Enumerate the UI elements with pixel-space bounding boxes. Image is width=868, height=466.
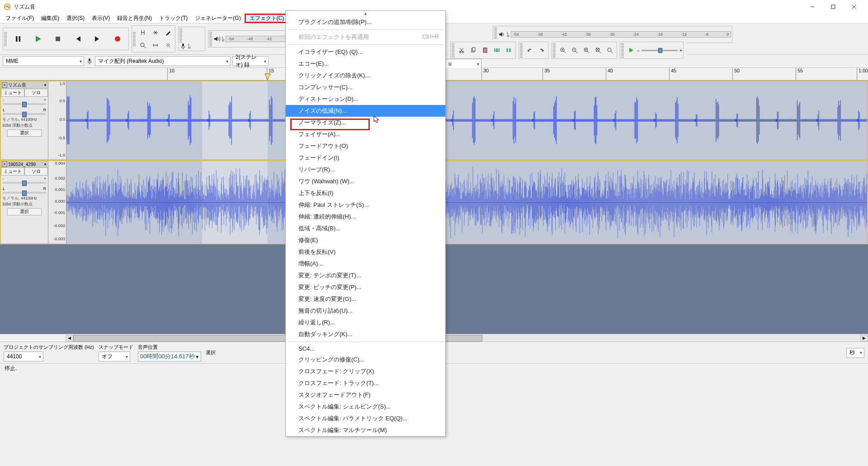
mute-button[interactable]: ミュート bbox=[1, 89, 24, 97]
menu-transport[interactable]: 録音と再生(N) bbox=[113, 14, 156, 23]
pan-slider[interactable]: LR bbox=[1, 107, 48, 117]
menu-item[interactable]: ワウ (Wahwah) (W)... bbox=[286, 176, 445, 187]
menu-effect[interactable]: エフェクト(C) bbox=[245, 14, 289, 23]
gain-slider[interactable]: -+ bbox=[1, 97, 48, 107]
trim-icon[interactable] bbox=[491, 44, 503, 56]
time-unit-select[interactable]: 秒 bbox=[846, 348, 864, 358]
waveform[interactable] bbox=[66, 81, 867, 159]
project-rate-select[interactable]: 44100 bbox=[4, 352, 43, 361]
menu-item[interactable]: フェイザー(A)... bbox=[286, 128, 445, 140]
menu-item[interactable]: スペクトル編集: シェルビング(S)... bbox=[286, 401, 445, 413]
recording-channels-select[interactable]: 2(ステレオ) 録 bbox=[232, 56, 269, 66]
menu-item[interactable]: 伸縮: 連続的伸縮(H)... bbox=[286, 211, 445, 223]
selection-tool-icon[interactable] bbox=[137, 27, 149, 38]
envelope-tool-icon[interactable] bbox=[150, 27, 161, 38]
draw-tool-icon[interactable] bbox=[162, 27, 174, 38]
scroll-right-icon[interactable]: ▶ bbox=[860, 335, 868, 342]
maximize-button[interactable] bbox=[823, 0, 844, 14]
track-menu-icon[interactable]: ▼ bbox=[43, 162, 47, 166]
menu-item[interactable]: スペクトル編集: パラメトリック EQ(Q)... bbox=[286, 413, 445, 424]
stop-button[interactable] bbox=[48, 29, 68, 49]
menu-item[interactable]: リバーブ(R)... bbox=[286, 164, 445, 176]
menu-tracks[interactable]: トラック(T) bbox=[156, 14, 191, 23]
menu-file[interactable]: ファイル(F) bbox=[2, 14, 38, 23]
speed-slider[interactable] bbox=[642, 50, 678, 51]
menu-item[interactable]: 前後を反転(V) bbox=[286, 246, 445, 258]
silence-icon[interactable] bbox=[503, 44, 514, 56]
menu-item[interactable]: プラグインの追加/削除(P)... bbox=[286, 16, 445, 28]
timeshift-tool-icon[interactable] bbox=[150, 39, 161, 51]
recording-device-select[interactable]: マイク配列 (Realtek Audio) bbox=[95, 56, 231, 66]
track-close-button[interactable]: × bbox=[2, 162, 7, 167]
menu-item[interactable]: フェードイン(I) bbox=[286, 152, 445, 164]
scroll-up-hint[interactable]: ▲ bbox=[286, 11, 445, 16]
menu-item[interactable]: 低域・高域(B)... bbox=[286, 223, 445, 234]
menu-item[interactable]: 上下を反転(I) bbox=[286, 187, 445, 199]
fit-selection-icon[interactable] bbox=[580, 44, 592, 56]
menu-item[interactable]: ノイズの低減(N)... bbox=[286, 105, 445, 117]
record-button[interactable] bbox=[108, 29, 127, 49]
menu-item[interactable]: 自動ダッキング(K)... bbox=[286, 328, 445, 340]
menu-item[interactable]: 伸縮: Paul ストレッチ(S)... bbox=[286, 199, 445, 211]
menu-item[interactable]: クロスフェード: クリップ(X) bbox=[286, 366, 445, 377]
menu-item[interactable]: 変更: 速度の変更(G)... bbox=[286, 293, 445, 305]
skip-start-button[interactable] bbox=[68, 29, 88, 49]
zoom-toggle-icon[interactable] bbox=[604, 44, 616, 56]
mute-button[interactable]: ミュート bbox=[1, 167, 24, 176]
audio-host-select[interactable]: MME bbox=[3, 56, 84, 66]
scroll-left-icon[interactable]: ◀ bbox=[66, 335, 73, 342]
menu-view[interactable]: 表示(V) bbox=[88, 14, 113, 23]
play-button[interactable] bbox=[28, 29, 48, 49]
menu-select[interactable]: 選択(S) bbox=[63, 14, 88, 23]
close-button[interactable] bbox=[844, 0, 864, 14]
menu-item[interactable]: 変更: テンポの変更(T)... bbox=[286, 270, 445, 281]
play-at-speed-icon[interactable] bbox=[625, 44, 637, 56]
menu-edit[interactable]: 編集(E) bbox=[38, 14, 63, 23]
snap-select[interactable]: オフ bbox=[99, 352, 130, 361]
menu-item[interactable]: 修復(E) bbox=[286, 234, 445, 246]
zoom-tool-icon[interactable] bbox=[137, 39, 149, 51]
multi-tool-icon[interactable] bbox=[162, 39, 174, 51]
menu-item[interactable]: 繰り返し(R)... bbox=[286, 317, 445, 328]
track-select-button[interactable]: 選択 bbox=[7, 129, 42, 137]
menu-item[interactable]: クリッピングの修復(C)... bbox=[286, 354, 445, 366]
pan-slider[interactable]: LR bbox=[1, 185, 48, 195]
solo-button[interactable]: ソロ bbox=[24, 167, 48, 176]
gain-slider[interactable]: -+ bbox=[1, 176, 48, 185]
menu-item[interactable]: イコライザー (EQ) (Q)... bbox=[286, 46, 445, 58]
track-menu-icon[interactable]: ▼ bbox=[43, 83, 47, 87]
menu-item[interactable]: コンプレッサー(C)... bbox=[286, 81, 445, 93]
menu-item[interactable]: クロスフェード: トラック(T)... bbox=[286, 377, 445, 389]
menu-item[interactable]: 増幅(A)... bbox=[286, 258, 445, 270]
menu-item[interactable]: 変更: ピッチの変更(P)... bbox=[286, 281, 445, 293]
track-name[interactable]: 190524_4299 bbox=[8, 162, 42, 167]
track-close-button[interactable]: × bbox=[2, 82, 7, 88]
paste-icon[interactable] bbox=[479, 44, 491, 56]
skip-end-button[interactable] bbox=[88, 29, 108, 49]
menu-item[interactable]: ディストーション(D)... bbox=[286, 93, 445, 105]
menu-item[interactable]: ノーマライズ(Z)... bbox=[286, 117, 445, 128]
track-select-button[interactable]: 選択 bbox=[7, 208, 42, 215]
playback-device-select[interactable]: u bbox=[445, 59, 481, 69]
zoom-out-icon[interactable] bbox=[569, 44, 580, 56]
track-name[interactable]: リズム音 bbox=[8, 82, 42, 88]
menu-item[interactable]: フェードアウト(O) bbox=[286, 140, 445, 152]
menu-item[interactable]: 無音の切り詰め(U)... bbox=[286, 305, 445, 317]
minimize-button[interactable] bbox=[802, 0, 823, 14]
redo-icon[interactable] bbox=[536, 44, 547, 56]
menu-item[interactable]: スペクトル編集: マルチツール(M) bbox=[286, 424, 445, 436]
undo-icon[interactable] bbox=[524, 44, 536, 56]
pause-button[interactable] bbox=[8, 29, 28, 49]
record-meter[interactable]: -54 -48 -42 -36 -30 -24 -18 -12 -6 0 bbox=[511, 31, 731, 38]
menu-item[interactable]: スタジオフェードアウト(F) bbox=[286, 389, 445, 401]
menu-item[interactable]: クリックノイズの除去(K)... bbox=[286, 70, 445, 81]
copy-icon[interactable] bbox=[467, 44, 479, 56]
zoom-in-icon[interactable] bbox=[557, 44, 569, 56]
cut-icon[interactable] bbox=[456, 44, 467, 56]
audio-position-field[interactable]: 00時間00分14.617秒▾ bbox=[138, 352, 201, 361]
solo-button[interactable]: ソロ bbox=[24, 89, 48, 97]
menu-item[interactable]: SC4... bbox=[286, 343, 445, 354]
menu-generate[interactable]: ジェネレーター(G) bbox=[191, 14, 244, 23]
menu-item[interactable]: エコー(E)... bbox=[286, 58, 445, 70]
waveform[interactable] bbox=[66, 161, 867, 243]
